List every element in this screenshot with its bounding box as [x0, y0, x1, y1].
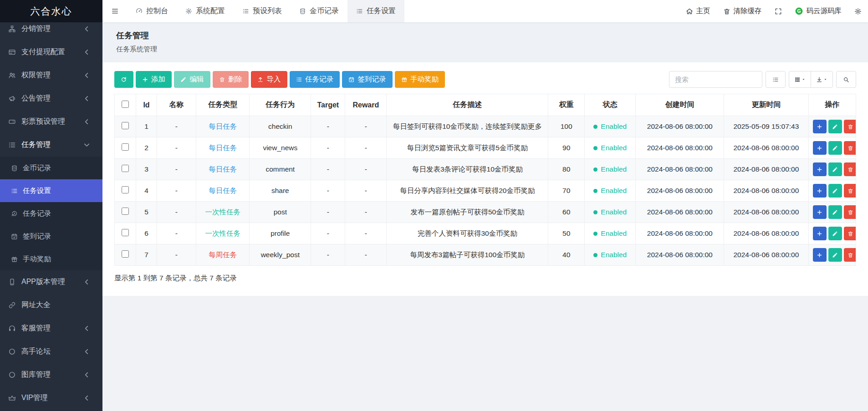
row-add-button[interactable]	[813, 205, 827, 219]
column-header-type[interactable]: 任务类型	[196, 94, 250, 116]
sidebar-item-label: 客服管理	[21, 324, 80, 333]
tab-coin-records[interactable]: 金币记录	[291, 0, 347, 22]
row-edit-button[interactable]	[828, 184, 842, 198]
column-header-status[interactable]: 状态	[585, 94, 636, 116]
refresh-button[interactable]	[114, 71, 133, 88]
row-add-button[interactable]	[813, 141, 827, 155]
nav-clear-cache[interactable]: 清除缓存	[717, 0, 768, 22]
import-button[interactable]: 导入	[251, 71, 287, 88]
task-records-button-label: 任务记录	[305, 75, 333, 84]
sidebar-item-task[interactable]: 任务管理	[0, 133, 102, 157]
row-select-cell	[115, 180, 136, 202]
sidebar-item-permission[interactable]: 权限管理	[0, 64, 102, 87]
row-edit-button[interactable]	[828, 227, 842, 240]
tab-preset-list[interactable]: 预设列表	[234, 0, 291, 22]
desc-cell: 发布一篇原创帖子可获得50金币奖励	[387, 202, 548, 223]
tab-preset-list-label: 预设列表	[253, 6, 282, 16]
plus-icon	[817, 231, 822, 237]
chevron-left-icon	[83, 348, 91, 355]
target-cell: -	[311, 244, 345, 266]
column-header-created[interactable]: 创建时间	[636, 94, 724, 116]
sidebar-item-coin-records[interactable]: 金币记录	[0, 157, 102, 179]
row-delete-button[interactable]	[844, 248, 856, 262]
delete-button[interactable]: 删除	[213, 71, 249, 88]
sidebar-item-signin-records[interactable]: 签到记录	[0, 225, 102, 248]
tab-system-config[interactable]: 系统配置	[177, 0, 234, 22]
updated-cell: 2024-08-06 08:00:00	[724, 159, 809, 180]
row-checkbox[interactable]	[122, 250, 129, 258]
sidebar-toggle-button[interactable]	[102, 0, 127, 22]
row-delete-button[interactable]	[844, 184, 856, 198]
updated-cell: 2024-08-06 08:00:00	[724, 244, 809, 266]
row-delete-button[interactable]	[844, 227, 856, 240]
row-delete-button[interactable]	[844, 120, 856, 133]
search-toggle-button[interactable]	[836, 71, 856, 88]
nav-fullscreen[interactable]	[768, 0, 788, 22]
row-add-button[interactable]	[813, 120, 827, 133]
sidebar-item-task-records[interactable]: 任务记录	[0, 202, 102, 225]
row-select-cell	[115, 159, 136, 180]
manual-reward-button[interactable]: 手动奖励	[395, 71, 445, 88]
sidebar-item-gallery[interactable]: 图库管理	[0, 363, 102, 386]
plus-icon	[817, 124, 822, 130]
toggle-view-button[interactable]	[766, 71, 786, 88]
sidebar-item-customer-service[interactable]: 客服管理	[0, 317, 102, 340]
sidebar-item-app-version[interactable]: APP版本管理	[0, 270, 102, 294]
select-all-checkbox[interactable]	[122, 101, 129, 108]
row-add-button[interactable]	[813, 227, 827, 240]
row-checkbox[interactable]	[122, 186, 129, 193]
column-header-reward[interactable]: Reward	[345, 94, 387, 116]
row-edit-button[interactable]	[828, 248, 842, 262]
row-add-button[interactable]	[813, 248, 827, 262]
row-checkbox[interactable]	[122, 143, 129, 151]
status-badge: Enabled	[593, 208, 627, 216]
row-edit-button[interactable]	[828, 205, 842, 219]
row-checkbox[interactable]	[122, 208, 129, 215]
nav-home[interactable]: 主页	[679, 0, 717, 22]
sidebar-item-expert-forum[interactable]: 高手论坛	[0, 340, 102, 363]
status-dot	[593, 253, 597, 257]
column-header-desc[interactable]: 任务描述	[387, 94, 548, 116]
row-checkbox[interactable]	[122, 122, 129, 129]
sidebar-item-label: 分销管理	[21, 24, 80, 34]
column-header-id[interactable]: Id	[136, 94, 157, 116]
nav-gitee[interactable]: 码云源码库	[788, 0, 848, 22]
row-delete-button[interactable]	[844, 162, 856, 176]
row-delete-button[interactable]	[844, 141, 856, 155]
column-header-behavior[interactable]: 任务行为	[250, 94, 311, 116]
sidebar-item-label: 彩票预设管理	[21, 117, 80, 127]
column-header-target[interactable]: Target	[311, 94, 345, 116]
edit-button[interactable]: 编辑	[174, 71, 210, 88]
row-edit-button[interactable]	[828, 141, 842, 155]
column-header-weight[interactable]: 权重	[548, 94, 585, 116]
created-cell: 2024-08-06 08:00:00	[636, 116, 724, 137]
columns-button[interactable]	[789, 71, 811, 88]
sidebar-item-websites[interactable]: 网址大全	[0, 294, 102, 317]
status-dot	[593, 210, 597, 214]
nav-settings[interactable]	[848, 0, 868, 22]
add-button[interactable]: 添加	[136, 71, 172, 88]
column-header-name[interactable]: 名称	[157, 94, 196, 116]
search-input[interactable]	[669, 71, 762, 88]
export-button[interactable]	[811, 71, 833, 88]
row-edit-button[interactable]	[828, 120, 842, 133]
task-records-button[interactable]: 任务记录	[290, 71, 340, 88]
column-header-updated[interactable]: 更新时间	[724, 94, 809, 116]
sidebar-item-payment-withdraw[interactable]: 支付提现配置	[0, 41, 102, 64]
tab-dashboard[interactable]: 控制台	[127, 0, 177, 22]
sidebar-item-task-settings[interactable]: 任务设置	[0, 179, 102, 202]
row-checkbox[interactable]	[122, 165, 129, 172]
sidebar-item-announcement[interactable]: 公告管理	[0, 87, 102, 110]
tab-task-settings[interactable]: 任务设置	[347, 0, 404, 22]
sidebar-item-vip[interactable]: VIP管理	[0, 386, 102, 410]
row-add-button[interactable]	[813, 162, 827, 176]
row-edit-button[interactable]	[828, 162, 842, 176]
column-header-ops[interactable]: 操作	[808, 94, 856, 116]
row-add-button[interactable]	[813, 184, 827, 198]
content-panel: 添加编辑删除导入任务记录签到记录手动奖励 Id名称任务类型任务行为TargetR…	[102, 62, 868, 296]
signin-records-button[interactable]: 签到记录	[342, 71, 393, 88]
row-delete-button[interactable]	[844, 205, 856, 219]
row-checkbox[interactable]	[122, 229, 129, 236]
sidebar-item-lottery-preset[interactable]: 彩票预设管理	[0, 110, 102, 133]
sidebar-item-manual-reward[interactable]: 手动奖励	[0, 248, 102, 270]
